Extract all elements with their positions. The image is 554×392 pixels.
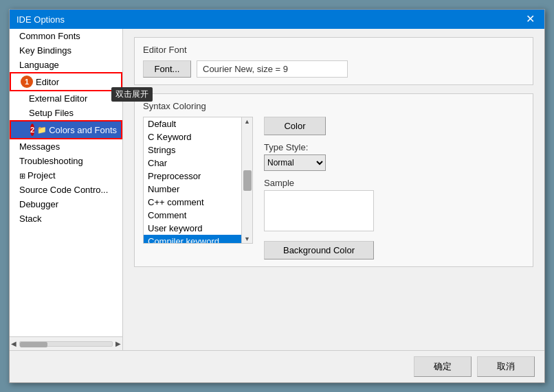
bottom-bar: 确定 取消: [10, 350, 544, 382]
tooltip-popup: 双击展开: [111, 87, 122, 102]
font-value-display: Courier New, size = 9: [197, 60, 348, 78]
syntax-item-number[interactable]: Number: [144, 183, 241, 196]
scroll-up-arrow[interactable]: ▲: [244, 118, 250, 125]
sidebar-label: Editor: [36, 77, 59, 87]
syntax-item-comment[interactable]: Comment: [144, 209, 241, 222]
font-row: Font... Courier New, size = 9: [143, 60, 524, 78]
sidebar-item-external-editor[interactable]: External Editor: [10, 91, 122, 106]
title-bar-left: IDE Options: [16, 14, 65, 25]
sidebar-item-colors-fonts[interactable]: 2 📁 Colors and Fonts: [10, 120, 122, 139]
syntax-coloring-title: Syntax Coloring: [143, 101, 524, 111]
sidebar-label: Common Fonts: [19, 31, 80, 41]
editor-font-section: Editor Font Font... Courier New, size = …: [134, 37, 533, 85]
sidebar-label: Troubleshooting: [19, 156, 83, 166]
confirm-button[interactable]: 确定: [414, 356, 472, 377]
folder-icon: 📁: [37, 126, 47, 135]
left-panel-scrollbar[interactable]: ◀ ▶: [10, 336, 122, 350]
syntax-item-compiler-keyword[interactable]: Compiler keyword: [144, 235, 241, 243]
tooltip-text: 双击展开: [115, 89, 122, 99]
syntax-coloring-section: Syntax Coloring Default C Keyword String…: [134, 93, 533, 267]
syntax-item-default[interactable]: Default: [144, 117, 241, 130]
title-bar: IDE Options ✕: [10, 10, 544, 29]
scroll-right-icon[interactable]: ▶: [114, 340, 122, 347]
sidebar-label: Key Bindings: [19, 45, 71, 56]
ide-options-dialog: IDE Options ✕ Common Fonts Key Bindings …: [9, 9, 545, 383]
colors-fonts-badge: 2: [30, 124, 34, 136]
syntax-right-controls: Color Type Style: Normal Bold Italic Sam…: [264, 117, 374, 260]
sidebar-item-language[interactable]: Language: [10, 58, 122, 72]
sidebar-label: Setup Files: [29, 108, 74, 118]
sidebar-item-source-code-control[interactable]: Source Code Contro...: [10, 183, 122, 197]
sidebar-item-editor[interactable]: 1 Editor: [10, 72, 122, 91]
sidebar-label: Language: [19, 60, 59, 70]
sidebar-label: Source Code Contro...: [19, 185, 108, 195]
syntax-item-user-keyword[interactable]: User keyword: [144, 222, 241, 235]
sample-box: [264, 190, 374, 231]
sample-group: Sample: [264, 178, 374, 231]
scroll-thumb[interactable]: [20, 342, 47, 347]
color-button[interactable]: Color: [264, 117, 326, 135]
right-panel: Editor Font Font... Courier New, size = …: [123, 29, 544, 350]
left-panel: Common Fonts Key Bindings Language 1 Edi…: [10, 29, 123, 350]
sidebar-label: Colors and Fonts: [49, 125, 117, 135]
syntax-item-cpp-comment[interactable]: C++ comment: [144, 196, 241, 209]
syntax-item-strings[interactable]: Strings: [144, 143, 241, 157]
sample-label: Sample: [264, 178, 374, 188]
sidebar-label: Project: [27, 170, 55, 181]
dialog-body: Common Fonts Key Bindings Language 1 Edi…: [10, 29, 544, 350]
type-style-group: Type Style: Normal Bold Italic: [264, 142, 374, 171]
sidebar-item-stack[interactable]: Stack: [10, 211, 122, 226]
sidebar-item-project[interactable]: Project: [10, 168, 122, 183]
scroll-down-arrow[interactable]: ▼: [244, 235, 250, 242]
syntax-item-char[interactable]: Char: [144, 157, 241, 170]
sidebar-label: External Editor: [29, 93, 87, 104]
type-style-select[interactable]: Normal Bold Italic: [264, 154, 326, 171]
sidebar-item-setup-files[interactable]: Setup Files: [10, 106, 122, 120]
scroll-thumb-vertical: [243, 170, 252, 191]
dialog-title: IDE Options: [16, 14, 65, 25]
close-button[interactable]: ✕: [523, 14, 538, 25]
sidebar-label: Stack: [19, 214, 42, 224]
background-color-button[interactable]: Background Color: [264, 241, 374, 260]
syntax-item-preprocessor[interactable]: Preprocessor: [144, 170, 241, 183]
sidebar-item-key-bindings[interactable]: Key Bindings: [10, 43, 122, 58]
syntax-item-c-keyword[interactable]: C Keyword: [144, 130, 241, 143]
editor-badge: 1: [21, 76, 33, 88]
type-style-label: Type Style:: [264, 142, 374, 152]
editor-font-title: Editor Font: [143, 45, 524, 55]
cancel-button[interactable]: 取消: [477, 356, 535, 377]
syntax-list-scrollbar[interactable]: ▲ ▼: [241, 117, 252, 243]
sidebar-label: Debugger: [19, 199, 58, 209]
syntax-list-wrapper: Default C Keyword Strings Char Preproces…: [143, 117, 253, 244]
font-button[interactable]: Font...: [143, 60, 191, 78]
syntax-list[interactable]: Default C Keyword Strings Char Preproces…: [144, 117, 241, 243]
sidebar-item-debugger[interactable]: Debugger: [10, 197, 122, 211]
scroll-left-icon[interactable]: ◀: [10, 340, 18, 347]
sidebar-item-troubleshooting[interactable]: Troubleshooting: [10, 154, 122, 168]
sidebar-item-common-fonts[interactable]: Common Fonts: [10, 29, 122, 43]
syntax-body: Default C Keyword Strings Char Preproces…: [143, 117, 524, 260]
sidebar-item-messages[interactable]: Messages: [10, 139, 122, 154]
tree-content: Common Fonts Key Bindings Language 1 Edi…: [10, 29, 122, 336]
sidebar-label: Messages: [19, 141, 60, 152]
scroll-track[interactable]: [19, 341, 113, 347]
